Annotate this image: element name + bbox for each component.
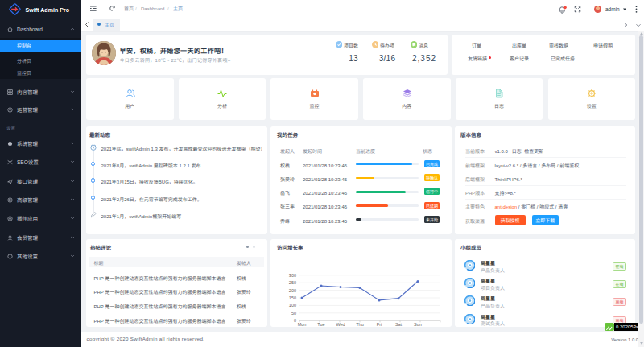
svg-text:Fri: Fri [377,321,382,326]
svg-text:Tue: Tue [317,321,324,326]
svg-text:300: 300 [289,272,296,277]
svg-text:150: 150 [289,295,296,299]
svg-text:50: 50 [291,310,296,315]
svg-text:100: 100 [289,303,296,308]
svg-text:200: 200 [289,287,296,292]
svg-text:Sat: Sat [395,321,402,326]
svg-text:Wed: Wed [336,321,345,326]
svg-text:Sun: Sun [414,321,422,326]
svg-text:250: 250 [289,280,296,285]
svg-text:Mon: Mon [297,321,306,326]
svg-text:Thu: Thu [356,321,363,326]
svg-text:0: 0 [294,318,296,323]
